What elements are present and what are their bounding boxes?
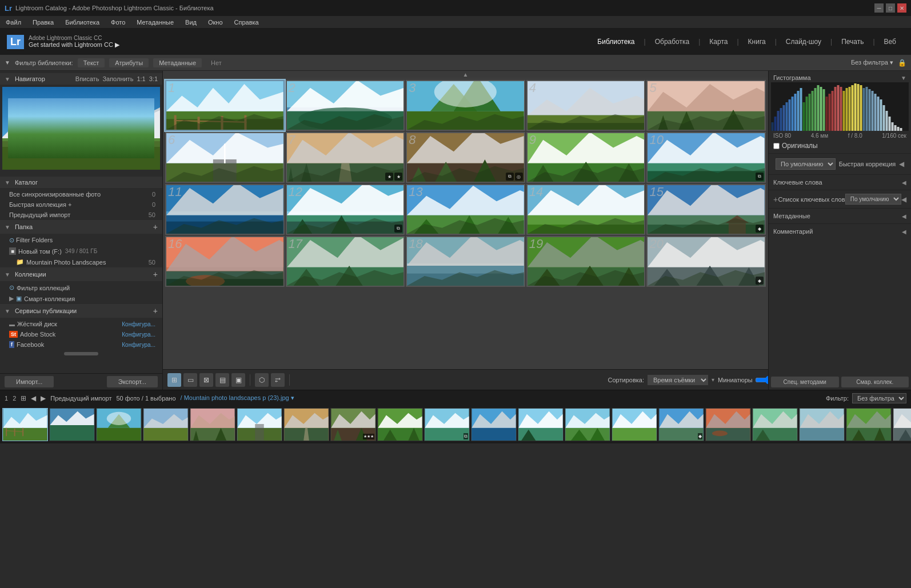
photo-cell-7[interactable]: 7 ★ ★ [286,132,405,183]
compare-view-btn[interactable]: ⊠ [199,373,213,387]
photo-cell-19[interactable]: 19 [526,236,646,287]
stock-service-item[interactable]: St Adobe Stock Конфигура... [0,329,162,339]
filter-lock-icon[interactable]: 🔒 [898,59,906,67]
menu-file[interactable]: Файл [3,18,23,27]
photo-cell-16[interactable]: 16 [165,236,285,287]
smart-collection-item[interactable]: ▶ ▣ Смарт-коллекция [0,293,162,304]
menu-photo[interactable]: Фото [109,18,127,27]
filmstrip-grid-icon[interactable]: ⊞ [21,394,26,402]
export-button[interactable]: Экспорт... [107,376,158,387]
catalog-section-header[interactable]: ▼ Каталог [0,177,162,188]
filmstrip-thumb-11[interactable] [471,408,517,441]
filmstrip-thumb-9[interactable] [377,408,423,441]
maximize-button[interactable]: □ [886,3,895,13]
filter-meta-btn[interactable]: Метаданные [153,58,202,67]
filmstrip-thumb-18[interactable] [799,408,845,441]
filter-folders-item[interactable]: ⊙ Filter Folders [0,235,162,246]
menu-library[interactable]: Библиотека [63,18,102,27]
sort-dir-icon[interactable]: ▾ [712,377,714,383]
filmstrip-thumb-4[interactable] [143,408,189,441]
special-methods-btn[interactable]: Спец. методами [771,377,839,387]
import-button[interactable]: Импорт... [5,376,54,387]
tab-slideshow[interactable]: Слайд-шоу [778,35,829,48]
people-view-btn[interactable]: ▣ [231,373,245,387]
fb-config[interactable]: Конфигура... [122,342,155,348]
comments-header[interactable]: Комментарий ◀ [773,226,906,237]
filmstrip-thumb-8[interactable]: ★★★ [330,408,376,441]
filter-text-btn[interactable]: Текст [78,58,105,67]
photo-cell-6[interactable]: 6 [165,132,285,183]
minimize-button[interactable]: ─ [874,3,884,13]
photo-cell-5[interactable]: 5 [646,80,766,131]
prev-import-item[interactable]: Предыдущий импорт 50 [0,210,162,220]
publish-section-header[interactable]: ▼ Сервисы публикации + [0,304,162,318]
publish-add-btn[interactable]: + [153,306,158,315]
photo-cell-10[interactable]: 10 ⧉ [646,132,766,183]
keyword-add-btn[interactable]: + [773,195,778,204]
thumbnail-slider[interactable] [755,375,768,385]
filmstrip-thumb-6[interactable] [237,408,282,441]
filmstrip-page1-btn[interactable]: 1 [5,395,8,402]
filmstrip-page2-btn[interactable]: 2 [13,395,16,402]
tab-web[interactable]: Веб [876,35,904,48]
sync-all-item[interactable]: Все синхронизированные фото 0 [0,189,162,199]
menu-window[interactable]: Окно [206,18,225,27]
photo-cell-15[interactable]: 15 ◆ [646,184,766,235]
filmstrip-thumb-7[interactable] [283,408,329,441]
photo-cell-12[interactable]: 12 ⧉ [286,184,405,235]
photo-cell-18[interactable]: 18 [406,236,525,287]
zoom-fill[interactable]: Заполнить [102,75,133,82]
photo-cell-8[interactable]: 8 ⧉ ◎ [406,132,525,183]
filmstrip-thumb-15[interactable]: ◆ [658,408,704,441]
quick-collection-item[interactable]: Быстрая коллекция + 0 [0,199,162,210]
spray-btn[interactable]: ⬡ [255,373,269,387]
loupe-view-btn[interactable]: ▭ [183,373,197,387]
filter-dropdown-label[interactable]: Без фильтра ▾ [851,59,893,66]
metadata-header[interactable]: Метаданные ◀ [773,211,906,221]
zoom-1-1[interactable]: 1:1 [137,75,145,82]
hdd-service-item[interactable]: ▬ Жёсткий диск Конфигура... [0,319,162,329]
filmstrip-next-btn[interactable]: ▶ [41,394,46,402]
smart-collection-btn[interactable]: Смар. коллек. [841,377,909,387]
folders-add-btn[interactable]: + [153,222,158,231]
filmstrip-thumb-1[interactable] [2,408,48,441]
filmstrip-thumb-2[interactable] [49,408,95,441]
menu-metadata[interactable]: Метаданные [134,18,176,27]
filmstrip-thumb-3[interactable] [96,408,142,441]
close-button[interactable]: ✕ [897,3,906,13]
photo-cell-3[interactable]: 3 [406,80,525,131]
menu-help[interactable]: Справка [232,18,261,27]
zoom-fit[interactable]: Вписать [75,75,99,82]
grid-view-btn[interactable]: ⊞ [167,373,181,387]
filter-attrs-btn[interactable]: Атрибуты [109,58,149,67]
title-bar-controls[interactable]: ─ □ ✕ [874,3,906,13]
photo-cell-20[interactable]: 20 ◆ [646,236,766,287]
zoom-3-1[interactable]: 3:1 [149,75,158,82]
tab-book[interactable]: Книга [740,35,774,48]
filmstrip-thumb-13[interactable] [565,408,610,441]
photo-cell-9[interactable]: 9 [526,132,646,183]
photo-cell-14[interactable]: 14 [526,184,646,235]
quick-correct-select[interactable]: По умолчанию [776,158,836,170]
filmstrip-thumb-20[interactable]: ★★★★ [893,408,911,441]
fb-service-item[interactable]: f Facebook Конфигура... [0,339,162,350]
tab-map[interactable]: Карта [701,35,736,48]
photo-cell-1[interactable]: 1 [165,80,285,131]
filter-collapse[interactable]: ▼ [5,59,10,66]
menu-view[interactable]: Вид [183,18,199,27]
keywords-header[interactable]: Ключевые слова ◀ [773,177,906,187]
hdd-config[interactable]: Конфигура... [122,321,155,327]
survey-view-btn[interactable]: ▤ [215,373,229,387]
filmstrip-prev-btn[interactable]: ◀ [31,394,36,402]
tab-develop[interactable]: Обработка [647,35,698,48]
filmstrip-thumb-14[interactable] [612,408,657,441]
sort-dropdown[interactable]: Время съёмки [648,375,708,385]
photo-cell-17[interactable]: 17 [286,236,405,287]
photo-cell-4[interactable]: 4 [526,80,646,131]
photo-cell-2[interactable]: 2 [286,80,405,131]
smart-coll-expand[interactable]: ▶ [9,295,14,302]
photo-cell-13[interactable]: 13 [406,184,525,235]
menu-edit[interactable]: Правка [30,18,56,27]
top-scroll-arrow[interactable]: ▲ [163,71,768,78]
filmstrip-path[interactable]: / Mountain photo landscapes p (23).jpg ▾ [181,394,294,402]
